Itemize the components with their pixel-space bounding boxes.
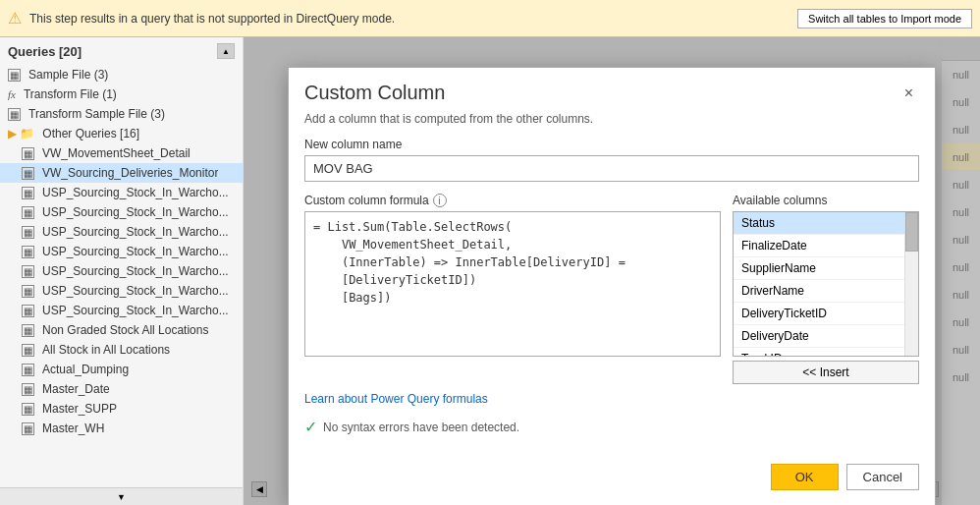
sidebar-item-usp-sourcing-7[interactable]: ▦USP_Sourcing_Stock_In_Warcho... bbox=[0, 301, 243, 320]
sidebar-item-label: All Stock in All Locations bbox=[42, 343, 170, 357]
dialog-title: Custom Column bbox=[304, 82, 445, 104]
sidebar-item-label: USP_Sourcing_Stock_In_Warcho... bbox=[42, 225, 229, 239]
sidebar-item-master-wh[interactable]: ▦Master_WH bbox=[0, 419, 243, 438]
right-content: null null null null null null null null … bbox=[244, 37, 980, 505]
sidebar-item-master-supp[interactable]: ▦Master_SUPP bbox=[0, 399, 243, 419]
sidebar-item-non-graded[interactable]: ▦Non Graded Stock All Locations bbox=[0, 320, 243, 340]
col-item-driver-name[interactable]: DriverName bbox=[734, 280, 918, 303]
available-cols-list: StatusFinalizeDateSupplierNameDriverName… bbox=[733, 211, 919, 357]
sidebar-item-usp-sourcing-2[interactable]: ▦USP_Sourcing_Stock_In_Warcho... bbox=[0, 202, 243, 222]
warning-bar: ⚠ This step results in a query that is n… bbox=[0, 0, 980, 37]
sidebar-item-all-stock[interactable]: ▦All Stock in All Locations bbox=[0, 340, 243, 360]
formula-textarea[interactable] bbox=[304, 211, 721, 357]
cols-scrollbar-thumb bbox=[905, 212, 918, 252]
sidebar-header: Queries [20] ▲ bbox=[0, 37, 243, 65]
sidebar-item-label: Master_Date bbox=[42, 382, 110, 396]
sidebar-item-vw-sourcing[interactable]: ▦VW_Sourcing_Deliveries_Monitor bbox=[0, 163, 243, 183]
checkmark-icon: ✓ bbox=[304, 418, 317, 436]
sidebar-item-usp-sourcing-1[interactable]: ▦USP_Sourcing_Stock_In_Warcho... bbox=[0, 183, 243, 202]
sidebar-item-usp-sourcing-6[interactable]: ▦USP_Sourcing_Stock_In_Warcho... bbox=[0, 281, 243, 301]
status-row: ✓ No syntax errors have been detected. bbox=[304, 418, 919, 436]
sidebar-item-label: Transform Sample File (3) bbox=[28, 107, 165, 121]
formula-label: Custom column formula i bbox=[304, 194, 721, 207]
sidebar-item-label: Master_WH bbox=[42, 421, 104, 435]
sidebar-item-other-queries[interactable]: ▶ 📁Other Queries [16] bbox=[0, 124, 243, 143]
sidebar-list: ▦Sample File (3)fxTransform File (1)▦Tra… bbox=[0, 65, 243, 487]
sidebar-item-label: Transform File (1) bbox=[24, 87, 117, 101]
sidebar-item-vw-movement[interactable]: ▦VW_MovementSheet_Detail bbox=[0, 143, 243, 163]
custom-column-dialog: Custom Column × Add a column that is com… bbox=[288, 67, 936, 505]
dialog-footer: OK Cancel bbox=[289, 464, 935, 505]
sidebar-item-usp-sourcing-3[interactable]: ▦USP_Sourcing_Stock_In_Warcho... bbox=[0, 222, 243, 242]
col-item-delivery-date[interactable]: DeliveryDate bbox=[734, 325, 918, 348]
sidebar-item-label: USP_Sourcing_Stock_In_Warcho... bbox=[42, 186, 229, 199]
available-cols-label: Available columns bbox=[733, 194, 919, 207]
dialog-close-button[interactable]: × bbox=[898, 83, 919, 104]
learn-link[interactable]: Learn about Power Query formulas bbox=[304, 392, 919, 406]
sidebar-scroll-down[interactable]: ▼ bbox=[0, 487, 243, 505]
sidebar-item-usp-sourcing-5[interactable]: ▦USP_Sourcing_Stock_In_Warcho... bbox=[0, 261, 243, 281]
main-layout: Queries [20] ▲ ▦Sample File (3)fxTransfo… bbox=[0, 37, 980, 505]
col-name-label: New column name bbox=[304, 138, 919, 151]
formula-section: Custom column formula i Available column… bbox=[304, 194, 919, 384]
switch-tables-button[interactable]: Switch all tables to Import mode bbox=[797, 9, 972, 28]
dialog-subtitle: Add a column that is computed from the o… bbox=[289, 112, 935, 138]
dialog-body: New column name Custom column formula i … bbox=[289, 138, 935, 464]
formula-right: Available columns StatusFinalizeDateSupp… bbox=[733, 194, 919, 384]
sidebar-item-label: Sample File (3) bbox=[28, 68, 108, 82]
sidebar-item-label: Master_SUPP bbox=[42, 402, 117, 416]
col-item-delivery-ticket-id[interactable]: DeliveryTicketID bbox=[734, 303, 918, 325]
col-name-input[interactable] bbox=[304, 155, 919, 182]
col-item-finalize-date[interactable]: FinalizeDate bbox=[734, 235, 918, 257]
col-item-supplier-name[interactable]: SupplierName bbox=[734, 257, 918, 280]
insert-button[interactable]: << Insert bbox=[733, 361, 919, 384]
warning-icon: ⚠ bbox=[8, 9, 22, 28]
sidebar-item-transform-file[interactable]: fxTransform File (1) bbox=[0, 84, 243, 104]
sidebar-item-label: USP_Sourcing_Stock_In_Warcho... bbox=[42, 284, 229, 298]
cols-scrollbar[interactable] bbox=[904, 212, 918, 356]
sidebar-item-label: USP_Sourcing_Stock_In_Warcho... bbox=[42, 205, 229, 219]
sidebar-item-label: USP_Sourcing_Stock_In_Warcho... bbox=[42, 304, 229, 317]
sidebar-item-usp-sourcing-4[interactable]: ▦USP_Sourcing_Stock_In_Warcho... bbox=[0, 242, 243, 261]
cancel-button[interactable]: Cancel bbox=[846, 464, 919, 490]
status-text: No syntax errors have been detected. bbox=[323, 421, 519, 434]
formula-info-icon[interactable]: i bbox=[433, 194, 447, 207]
dialog-overlay: Custom Column × Add a column that is com… bbox=[244, 37, 980, 505]
col-item-status[interactable]: Status bbox=[734, 212, 918, 235]
sidebar-item-master-date[interactable]: ▦Master_Date bbox=[0, 379, 243, 399]
sidebar-scroll-up[interactable]: ▲ bbox=[217, 43, 235, 59]
sidebar-item-transform-sample[interactable]: ▦Transform Sample File (3) bbox=[0, 104, 243, 124]
dialog-title-bar: Custom Column × bbox=[289, 68, 935, 112]
sidebar-item-label: Non Graded Stock All Locations bbox=[42, 323, 208, 337]
sidebar-item-sample-file[interactable]: ▦Sample File (3) bbox=[0, 65, 243, 84]
sidebar: Queries [20] ▲ ▦Sample File (3)fxTransfo… bbox=[0, 37, 244, 505]
sidebar-item-label: VW_Sourcing_Deliveries_Monitor bbox=[42, 166, 218, 180]
sidebar-item-actual-dumping[interactable]: ▦Actual_Dumping bbox=[0, 360, 243, 379]
sidebar-item-label: VW_MovementSheet_Detail bbox=[42, 146, 191, 160]
sidebar-item-label: USP_Sourcing_Stock_In_Warcho... bbox=[42, 245, 229, 258]
col-item-truck-id[interactable]: TruckID bbox=[734, 348, 918, 357]
sidebar-item-label: USP_Sourcing_Stock_In_Warcho... bbox=[42, 264, 229, 278]
formula-left: Custom column formula i bbox=[304, 194, 721, 384]
warning-text: This step results in a query that is not… bbox=[29, 12, 789, 26]
sidebar-item-label: Other Queries [16] bbox=[42, 127, 139, 140]
ok-button[interactable]: OK bbox=[771, 464, 839, 490]
sidebar-item-label: Actual_Dumping bbox=[42, 363, 129, 376]
queries-title: Queries [20] bbox=[8, 44, 82, 59]
